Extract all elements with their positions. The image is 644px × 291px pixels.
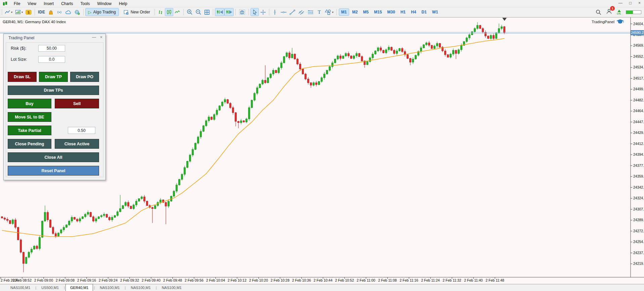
line-mode-button[interactable] — [173, 8, 182, 16]
svg-text:2 Feb 10:04: 2 Feb 10:04 — [206, 278, 225, 282]
timeframe-m15-button[interactable]: M15 — [372, 8, 384, 16]
deposit-button[interactable]: $ — [24, 8, 33, 16]
zoom-out-button[interactable] — [194, 8, 203, 16]
chart-type-button[interactable]: ▾ — [3, 8, 14, 16]
vertical-line-icon — [272, 9, 277, 15]
trendline-tool-button[interactable] — [288, 8, 297, 16]
trading-panel-title: Trading Panel — [8, 36, 34, 40]
timeframe-m30-button[interactable]: M30 — [385, 8, 397, 16]
timeframe-d1-button[interactable]: D1 — [419, 8, 429, 16]
level-icon[interactable]: LVL — [617, 10, 621, 15]
draw-tp-button[interactable]: Draw TP — [39, 72, 68, 82]
svg-text:24272.0: 24272.0 — [633, 229, 644, 233]
market-button[interactable] — [47, 8, 55, 16]
chart-shift-button[interactable] — [224, 8, 234, 16]
chart-tab-us500-m1-1[interactable]: US500,M1 — [37, 285, 63, 291]
vertical-line-tool-button[interactable] — [271, 8, 279, 16]
chart-tab-nas100-m1-4[interactable]: NAS100,M1 — [126, 285, 155, 291]
lot-size-input[interactable] — [38, 56, 65, 63]
svg-text:24219.5: 24219.5 — [633, 261, 644, 265]
risk-input[interactable] — [38, 45, 65, 52]
timeframe-m2-button[interactable]: M2 — [350, 8, 360, 16]
auto-scroll-button[interactable] — [215, 8, 224, 16]
horizontal-line-tool-button[interactable] — [279, 8, 288, 16]
menu-help[interactable]: Help — [115, 1, 131, 7]
take-partial-button[interactable]: Take Partial — [8, 126, 51, 135]
draw-sl-button[interactable]: Draw SL — [8, 72, 37, 82]
window-maximize-icon[interactable]: □ — [629, 1, 632, 5]
bar-chart-mode-button[interactable] — [156, 8, 165, 16]
risk-label: Risk ($): — [11, 46, 27, 51]
new-order-button[interactable]: New Order — [121, 8, 153, 16]
profiles-button[interactable]: ▾ — [14, 8, 24, 16]
window-close-icon[interactable]: × — [638, 1, 641, 5]
svg-text:2 Feb 11:48: 2 Feb 11:48 — [486, 278, 504, 282]
cursor-button[interactable] — [250, 8, 259, 16]
tile-windows-button[interactable] — [203, 8, 211, 16]
close-active-button[interactable]: Close Active — [55, 139, 99, 149]
menu-window[interactable]: Window — [94, 1, 116, 7]
svg-text:2 Feb 09:24: 2 Feb 09:24 — [99, 278, 118, 282]
chart-tab-nas100-m1-5[interactable]: NAS100,M1 — [157, 285, 186, 291]
svg-text:24412.0: 24412.0 — [633, 142, 644, 146]
timeframe-w1-button[interactable]: W1 — [430, 8, 441, 16]
fibonacci-tool-button[interactable] — [306, 8, 315, 16]
ide-button[interactable]: IDE — [37, 8, 47, 16]
menu-insert[interactable]: Insert — [40, 1, 57, 7]
sell-button[interactable]: Sell — [55, 99, 99, 108]
menu-view[interactable]: View — [24, 1, 40, 7]
draw-tps-button[interactable]: Draw TPs — [8, 86, 99, 95]
main-toolbar: ▾ ▾ $ IDE ▷ Algo Trading New Order — [0, 7, 644, 17]
menu-file[interactable]: File — [10, 1, 24, 7]
timeframe-m5-button[interactable]: M5 — [361, 8, 371, 16]
menu-charts[interactable]: Charts — [57, 1, 77, 7]
reset-panel-button[interactable]: Reset Panel — [8, 166, 99, 176]
timeframe-h4-button[interactable]: H4 — [409, 8, 418, 16]
crosshair-icon — [260, 9, 266, 15]
svg-text:24289.5: 24289.5 — [633, 218, 644, 222]
channel-tool-button[interactable] — [297, 8, 306, 16]
timeframe-m1-button[interactable]: M1 — [339, 8, 349, 16]
menu-tools[interactable]: Tools — [77, 1, 94, 7]
svg-text:2 Feb 09:16: 2 Feb 09:16 — [77, 278, 96, 282]
trendline-icon — [289, 9, 295, 15]
text-tool-button[interactable]: T — [315, 8, 323, 16]
chart-tab-ger40-m1-2[interactable]: GER40,M1 — [65, 284, 93, 291]
vps-button[interactable] — [64, 8, 73, 16]
shapes-tool-button[interactable]: ▾ — [323, 8, 335, 16]
new-order-label: New Order — [131, 10, 150, 14]
window-minimize-icon[interactable]: — — [618, 1, 623, 5]
screenshot-button[interactable] — [237, 8, 247, 16]
candlestick-mode-button[interactable] — [165, 8, 173, 16]
trading-panel-titlebar[interactable]: Trading Panel — × — [4, 34, 105, 42]
timeframe-h1-button[interactable]: H1 — [398, 8, 408, 16]
search-icon[interactable] — [596, 9, 601, 15]
trading-panel[interactable]: Trading Panel — × Risk ($): Lot Size: Dr… — [3, 34, 106, 180]
panel-close-icon[interactable]: × — [100, 35, 102, 40]
algo-trading-button[interactable]: ▷ Algo Trading — [85, 8, 119, 16]
signals-button[interactable] — [55, 8, 64, 16]
fibonacci-icon — [307, 9, 314, 15]
user-notifications-button[interactable]: 1 — [606, 8, 612, 16]
level-up-arrow-icon — [617, 10, 621, 12]
svg-text:24359.5: 24359.5 — [633, 174, 644, 178]
community-button[interactable] — [73, 8, 82, 16]
panel-minimize-icon[interactable]: — — [92, 35, 96, 40]
draw-po-button[interactable]: Draw PO — [70, 72, 99, 82]
close-all-button[interactable]: Close All — [8, 152, 99, 162]
toolbar-grip[interactable] — [1, 9, 2, 15]
buy-button[interactable]: Buy — [8, 99, 51, 108]
chart-tab-nas100-m1-0[interactable]: NAS100,M1 — [6, 285, 35, 291]
svg-text:24254.5: 24254.5 — [633, 240, 644, 244]
partial-size-input[interactable] — [68, 127, 95, 134]
move-sl-to-be-button[interactable]: Move SL to BE — [8, 112, 51, 122]
svg-text:24429.5: 24429.5 — [633, 131, 644, 135]
crosshair-button[interactable] — [259, 8, 267, 16]
tab-separator: | — [63, 285, 65, 291]
svg-text:2 Feb 11:32: 2 Feb 11:32 — [443, 278, 461, 282]
svg-text:24377.0: 24377.0 — [633, 163, 644, 167]
zoom-in-button[interactable] — [185, 8, 194, 16]
close-pending-button[interactable]: Close Pending — [8, 139, 51, 149]
chart-tab-nas100-m1-3[interactable]: NAS100,M1 — [95, 285, 124, 291]
new-order-icon — [124, 10, 129, 15]
